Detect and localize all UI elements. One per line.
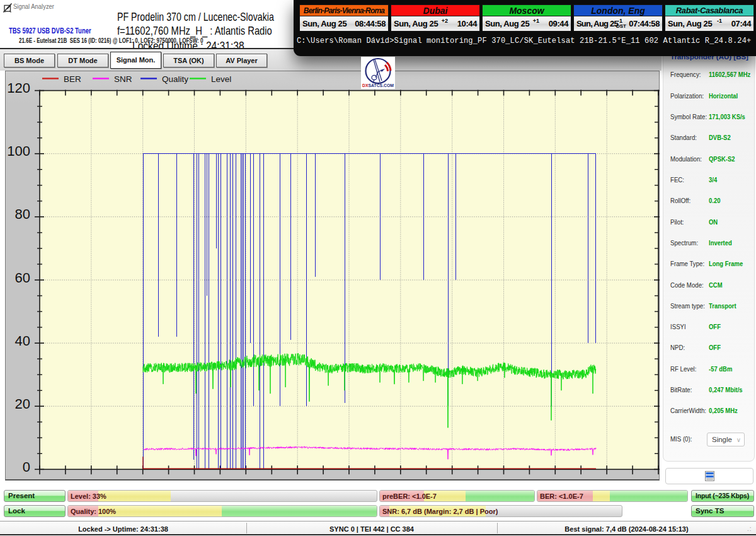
svg-text:DXSATCS.COM: DXSATCS.COM	[362, 83, 394, 88]
svg-text:120: 120	[7, 80, 30, 96]
svg-text:40: 40	[15, 333, 30, 349]
svg-text:60: 60	[15, 270, 30, 286]
svg-text:Quality: Quality	[162, 74, 188, 84]
svg-text:Level: Level	[211, 74, 231, 84]
svg-text:BER: BER	[64, 74, 81, 84]
svg-text:0: 0	[23, 459, 30, 475]
svg-text:SNR: SNR	[114, 74, 132, 84]
svg-text:20: 20	[15, 396, 30, 412]
svg-text:80: 80	[15, 206, 30, 222]
svg-text:100: 100	[7, 143, 30, 159]
